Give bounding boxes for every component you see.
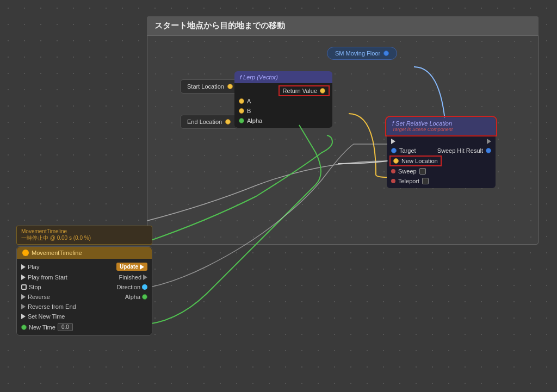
lerp-alpha-pin[interactable] [239,118,244,123]
lerp-title: f Lerp (Vector) [240,74,278,80]
timeline-new-time-row: New Time 0.0 [17,321,152,333]
timeline-play-exec [21,264,26,270]
lerp-b-row: B [234,106,332,116]
timeline-reverse-label[interactable]: Reverse [28,294,123,300]
set-rel-header: f Set Relative Location Target is Scene … [387,117,496,135]
lerp-b-pin[interactable] [239,108,244,114]
tooltip-line1: MovementTimeline [21,228,147,234]
timeline-tooltip: MovementTimeline 一時停止中 @ 0.00 s (0.0 %) [16,226,152,245]
timeline-finished-exec [143,275,147,280]
timeline-update-badge[interactable]: Update [116,263,147,271]
set-rel-sweep-pin[interactable] [391,169,395,173]
timeline-pfs-label[interactable]: Play from Start [28,274,116,281]
timeline-stop-row: Stop Direction [17,282,152,292]
lerp-return-value: Return Value [280,87,328,95]
set-rel-title: f Set Relative Location [392,120,490,127]
lerp-a-row: A [234,96,332,106]
timeline-set-new-time-label[interactable]: Set New Time [28,313,147,320]
timeline-reverse-icon [21,294,26,300]
timeline-pfs-exec [21,275,26,280]
tooltip-line2: 一時停止中 @ 0.00 s (0.0 %) [21,234,147,242]
start-location-label: Start Location [187,83,224,90]
timeline-play-from-start-row: Play from Start Finished [17,272,152,282]
sm-node-label: SM Moving Floor [335,50,380,57]
timeline-direction-label: Direction [117,284,140,290]
lerp-vector-node: f Lerp (Vector) Return Value A B [234,71,332,128]
canvas-background: スタート地点から目的地までの移動 SM Moving Floor Start L… [0,0,557,392]
lerp-header: f Lerp (Vector) [234,71,332,83]
end-location-pin[interactable] [225,119,231,125]
start-location-node: Start Location [180,79,240,94]
set-rel-exec-out[interactable] [487,139,491,144]
set-rel-target-row: Target Sweep Hit Result [387,146,496,155]
lerp-return-pin[interactable] [320,88,325,94]
timeline-alpha-label: Alpha [125,294,140,300]
lerp-return-value-row: Return Value [234,85,332,96]
lerp-a-pin[interactable] [239,98,244,104]
set-rel-sweep-hit-pin[interactable] [486,148,491,153]
start-location-pin[interactable] [227,84,233,89]
set-rel-teleport-row: Teleport [387,176,496,186]
main-frame-title: スタート地点から目的地までの移動 [147,16,539,36]
lerp-body: Return Value A B Alpha [234,83,332,128]
timeline-reverse-row: Reverse Alpha [17,292,152,302]
set-rel-teleport-pin[interactable] [391,179,395,183]
update-exec-icon [140,264,144,270]
set-rel-sweep-row: Sweep [387,166,496,176]
timeline-stop-icon [21,284,27,290]
timeline-set-new-time-row: Set New Time [17,312,152,321]
timeline-icon [22,250,29,256]
timeline-reverse-end-label[interactable]: Reverse from End [28,303,147,310]
set-rel-teleport-checkbox[interactable] [422,178,429,184]
timeline-new-time-value[interactable]: 0.0 [58,323,73,331]
timeline-snt-icon [21,314,26,319]
timeline-new-time-label: New Time [29,324,55,331]
end-location-node: End Location [180,115,238,129]
set-rel-sweep-checkbox[interactable] [419,168,426,175]
set-relative-location-node: f Set Relative Location Target is Scene … [387,117,496,188]
timeline-rfe-icon [21,304,26,309]
set-rel-body: Target Sweep Hit Result New Location [387,135,496,188]
timeline-finished-label: Finished [119,274,141,281]
set-rel-new-location: New Location [391,157,440,165]
timeline-stop-label[interactable]: Stop [29,284,115,290]
timeline-play-label[interactable]: Play [28,264,114,270]
update-label: Update [120,264,138,270]
timeline-title: MovementTimeline [32,250,82,256]
end-location-label: End Location [187,119,222,125]
set-rel-new-location-pin[interactable] [393,158,399,164]
timeline-new-time-pin[interactable] [21,325,27,330]
sm-moving-floor-node: SM Moving Floor [327,47,397,60]
main-blueprint-frame: スタート地点から目的地までの移動 SM Moving Floor Start L… [147,16,539,245]
sm-node-output-pin[interactable] [383,51,389,56]
timeline-node: MovementTimeline Play Update Play from S… [16,246,152,335]
set-rel-exec-row [387,137,496,146]
movement-timeline-panel: MovementTimeline 一時停止中 @ 0.00 s (0.0 %) … [16,226,152,335]
timeline-direction-pin[interactable] [142,284,147,290]
timeline-alpha-pin[interactable] [142,294,147,300]
set-rel-exec-in[interactable] [391,139,395,144]
timeline-header: MovementTimeline [17,247,152,259]
timeline-play-row: Play Update [17,261,152,272]
timeline-body: Play Update Play from Start Finished [17,259,152,335]
set-rel-target-pin[interactable] [391,148,397,153]
set-rel-subheader: Target is Scene Component [392,127,490,132]
lerp-alpha-row: Alpha [234,116,332,126]
set-rel-new-location-row: New Location [387,155,496,166]
timeline-reverse-end-row: Reverse from End [17,302,152,312]
